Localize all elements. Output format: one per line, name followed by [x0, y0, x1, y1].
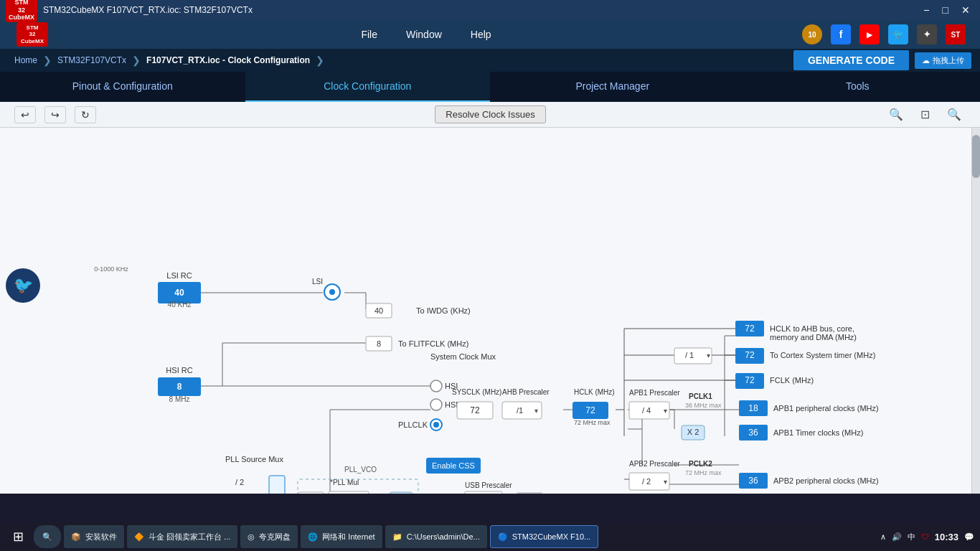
- svg-rect-91: [390, 492, 413, 494]
- menu-window[interactable]: Window: [406, 29, 442, 40]
- svg-text:HSI RC: HSI RC: [166, 366, 192, 375]
- taskbar-network[interactable]: 🌐 网络和 Internet: [301, 525, 382, 548]
- title-bar-controls: − □ ✕: [919, 3, 974, 17]
- taskbar-kuaike[interactable]: ◎ 夸克网盘: [240, 525, 298, 548]
- breadcrumb-bar: Home ❯ STM32F107VCTx ❯ F107VCT_RTX.ioc -…: [0, 49, 980, 72]
- taskbar-doujin[interactable]: 🔶 斗金 囧领卖家工作台 ...: [127, 525, 237, 548]
- stm32-icon: 🔵: [498, 532, 508, 542]
- notification-icon[interactable]: 💬: [964, 532, 974, 542]
- svg-text:72: 72: [745, 324, 755, 334]
- svg-rect-85: [298, 492, 324, 494]
- svg-text:HCLK to AHB bus, core,: HCLK to AHB bus, core,: [770, 324, 854, 333]
- stm-logo-menu: STM32CubeMX: [17, 22, 48, 47]
- svg-text:To Cortex System timer (MHz): To Cortex System timer (MHz): [770, 351, 875, 359]
- svg-text:8: 8: [377, 339, 381, 348]
- tab-clock[interactable]: Clock Configuration: [245, 72, 491, 102]
- tab-pinout[interactable]: Pinout & Configuration: [0, 72, 245, 102]
- svg-text:APB1 peripheral clocks (MHz): APB1 peripheral clocks (MHz): [773, 404, 879, 413]
- menu-right: 10 f ▶ 🐦 ✦ ST: [802, 24, 966, 44]
- folder-icon: 📁: [392, 532, 402, 542]
- fit-button[interactable]: ⊡: [916, 106, 934, 123]
- svg-text:LSI: LSI: [312, 278, 323, 286]
- close-button[interactable]: ✕: [957, 3, 974, 17]
- system-tray-up[interactable]: ∧: [880, 532, 886, 542]
- facebook-icon[interactable]: f: [831, 24, 851, 44]
- svg-text:System Clock Mux: System Clock Mux: [430, 352, 496, 361]
- taskbar: ⊞ 🔍 📦 安装软件 🔶 斗金 囧领卖家工作台 ... ◎ 夸克网盘 🌐 网络和…: [0, 522, 980, 551]
- svg-text:PCLK1: PCLK1: [689, 392, 712, 400]
- explorer-label: C:\Users\admin\De...: [407, 532, 480, 541]
- svg-rect-78: [269, 476, 285, 494]
- windows-start-button[interactable]: ⊞: [6, 525, 31, 548]
- doujin-label: 斗金 囧领卖家工作台 ...: [149, 532, 230, 542]
- svg-text:*PLL Mul: *PLL Mul: [330, 479, 359, 486]
- svg-text:/1: /1: [517, 406, 523, 415]
- stm-logo: STM32CubeMX: [6, 0, 37, 22]
- cloud-icon: ☁: [922, 56, 930, 65]
- zoom-in-button[interactable]: 🔍: [885, 106, 908, 123]
- ime-icon[interactable]: 中: [908, 532, 915, 542]
- st-logo-icon[interactable]: ST: [946, 24, 966, 44]
- svg-text:18: 18: [748, 403, 758, 413]
- undo-button[interactable]: ↩: [14, 106, 36, 123]
- network-icon[interactable]: ✦: [917, 24, 937, 44]
- clock-diagram-area: 🐦: [0, 128, 980, 494]
- taskbar-install-software[interactable]: 📦 安装软件: [64, 525, 124, 548]
- svg-rect-100: [517, 492, 542, 494]
- maximize-button[interactable]: □: [938, 3, 953, 17]
- breadcrumb-home[interactable]: Home: [9, 55, 43, 65]
- taskbar-explorer[interactable]: 📁 C:\Users\admin\De...: [385, 525, 487, 548]
- generate-code-button[interactable]: GENERATE CODE: [793, 50, 909, 70]
- twitter-icon[interactable]: 🐦: [888, 24, 908, 44]
- svg-text:X 2: X 2: [687, 428, 699, 436]
- youtube-icon[interactable]: ▶: [859, 24, 880, 44]
- redo-button[interactable]: ↪: [44, 106, 66, 123]
- minimize-button[interactable]: −: [919, 3, 933, 17]
- svg-text:36: 36: [748, 476, 758, 486]
- breadcrumb-sep-2: ❯: [132, 55, 141, 66]
- refresh-button[interactable]: ↻: [75, 106, 96, 123]
- tab-project[interactable]: Project Manager: [490, 72, 735, 102]
- svg-rect-97: [465, 491, 502, 494]
- svg-text:40: 40: [174, 288, 184, 298]
- scrollbar-thumb[interactable]: [972, 135, 980, 178]
- install-icon: 📦: [71, 532, 81, 542]
- cloud-upload-button[interactable]: ☁ 拖拽上传: [915, 52, 971, 69]
- svg-text:72: 72: [745, 375, 755, 385]
- tab-bar: Pinout & Configuration Clock Configurati…: [0, 72, 980, 102]
- svg-point-57: [430, 399, 442, 410]
- svg-point-59: [433, 422, 439, 428]
- breadcrumb-device[interactable]: STM32F107VCTx: [52, 55, 132, 65]
- breadcrumb-file[interactable]: F107VCT_RTX.ioc - Clock Configuration: [141, 55, 316, 65]
- svg-text:36 MHz max: 36 MHz max: [685, 402, 722, 409]
- tab-tools[interactable]: Tools: [735, 72, 981, 102]
- svg-text:▾: ▾: [707, 352, 710, 359]
- svg-text:APB2 peripheral clocks (MHz): APB2 peripheral clocks (MHz): [773, 476, 879, 485]
- anniversary-icon[interactable]: 10: [802, 24, 822, 44]
- antivirus-icon[interactable]: 🛡: [921, 532, 929, 541]
- kuaike-label: 夸克网盘: [259, 532, 291, 542]
- title-bar-left: STM32CubeMX STM32CubeMX F107VCT_RTX.ioc:…: [6, 0, 253, 22]
- svg-text:USB Prescaler: USB Prescaler: [465, 481, 512, 489]
- taskbar-stm32[interactable]: 🔵 STM32CubeMX F10...: [490, 525, 598, 548]
- svg-point-56: [430, 380, 442, 392]
- title-bar: STM32CubeMX STM32CubeMX F107VCT_RTX.ioc:…: [0, 0, 980, 20]
- menu-file[interactable]: File: [361, 29, 377, 40]
- svg-text:36: 36: [748, 428, 758, 438]
- zoom-out-button[interactable]: 🔍: [943, 106, 966, 123]
- svg-text:72 MHz max: 72 MHz max: [574, 419, 611, 426]
- breadcrumb-sep-1: ❯: [43, 55, 52, 66]
- taskbar-time: 10:33: [935, 532, 958, 542]
- scrollbar[interactable]: [971, 128, 980, 494]
- resolve-clock-button[interactable]: Resolve Clock Issues: [435, 105, 545, 123]
- network-label: 网络和 Internet: [322, 532, 374, 542]
- search-button[interactable]: 🔍: [34, 525, 61, 548]
- svg-text:/ 4: / 4: [642, 406, 651, 415]
- menu-help[interactable]: Help: [471, 29, 491, 40]
- svg-text:PLLCLK: PLLCLK: [398, 420, 428, 429]
- svg-text:APB1 Prescaler: APB1 Prescaler: [629, 389, 680, 397]
- svg-text:8: 8: [177, 382, 182, 392]
- svg-text:PCLK2: PCLK2: [689, 460, 712, 468]
- network-tb-icon: 🌐: [308, 532, 318, 542]
- speaker-icon[interactable]: 🔊: [892, 532, 902, 542]
